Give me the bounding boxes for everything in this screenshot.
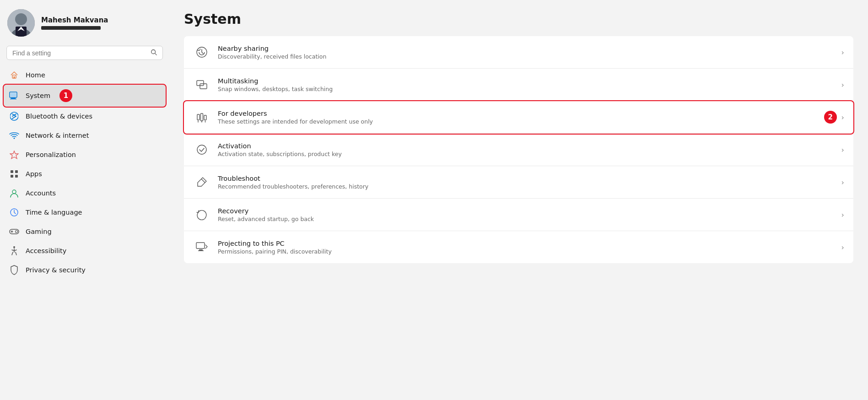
settings-text-for-developers: For developers These settings are intend…: [218, 110, 824, 125]
svg-point-15: [14, 138, 15, 139]
settings-text-multitasking: Multitasking Snap windows, desktops, tas…: [218, 77, 841, 92]
for-developers-desc: These settings are intended for developm…: [218, 118, 824, 125]
settings-text-projecting: Projecting to this PC Permissions, pairi…: [218, 240, 841, 255]
svg-point-31: [197, 145, 206, 154]
sidebar-item-privacy[interactable]: Privacy & security: [4, 260, 166, 280]
sidebar-item-personalization-label: Personalization: [26, 151, 76, 158]
avatar: [7, 9, 35, 37]
nearby-sharing-label: Nearby sharing: [218, 45, 841, 52]
svg-rect-29: [201, 114, 203, 121]
sidebar-item-bluetooth-label: Bluetooth & devices: [26, 113, 92, 120]
sidebar-item-time-label: Time & language: [26, 209, 82, 216]
svg-rect-32: [196, 243, 205, 249]
sidebar-item-accessibility[interactable]: Accessibility: [4, 241, 166, 260]
time-icon: [9, 207, 19, 217]
sidebar-item-personalization[interactable]: Personalization: [4, 145, 166, 164]
nearby-sharing-desc: Discoverability, received files location: [218, 53, 841, 60]
privacy-icon: [9, 265, 19, 275]
annotation-badge-1: 1: [59, 89, 72, 102]
sidebar-item-bluetooth[interactable]: Bluetooth & devices: [4, 107, 166, 126]
settings-text-recovery: Recovery Reset, advanced startup, go bac…: [218, 207, 841, 222]
recovery-desc: Reset, advanced startup, go back: [218, 216, 841, 222]
svg-rect-9: [14, 76, 15, 78]
recovery-chevron: ›: [841, 211, 844, 219]
svg-point-23: [16, 231, 18, 233]
svg-rect-28: [197, 114, 199, 120]
gaming-icon: [9, 227, 19, 237]
annotation-badge-2: 2: [824, 111, 837, 124]
for-developers-label: For developers: [218, 110, 824, 117]
settings-text-nearby-sharing: Nearby sharing Discoverability, received…: [218, 45, 841, 60]
svg-line-7: [155, 54, 157, 55]
recovery-icon: [193, 206, 210, 223]
user-info: Mahesh Makvana: [41, 16, 108, 30]
svg-rect-18: [11, 175, 13, 178]
svg-rect-33: [199, 249, 203, 250]
search-icon: [151, 49, 157, 57]
troubleshoot-chevron: ›: [841, 178, 844, 187]
recovery-label: Recovery: [218, 207, 841, 215]
svg-rect-17: [15, 170, 18, 173]
sidebar-item-network[interactable]: Network & internet: [4, 126, 166, 145]
settings-item-activation[interactable]: Activation Activation state, subscriptio…: [184, 134, 853, 166]
projecting-desc: Permissions, pairing PIN, discoverabilit…: [218, 248, 841, 255]
developers-icon: [193, 108, 210, 126]
sidebar-item-system-label: System: [26, 92, 50, 99]
sidebar-item-time[interactable]: Time & language: [4, 203, 166, 222]
sidebar-item-apps[interactable]: Apps: [4, 164, 166, 184]
projecting-chevron: ›: [841, 243, 844, 252]
sidebar-item-system[interactable]: System 1: [4, 85, 166, 107]
sidebar-item-accounts[interactable]: Accounts: [4, 184, 166, 203]
settings-item-troubleshoot[interactable]: Troubleshoot Recommended troubleshooters…: [184, 166, 853, 199]
nearby-sharing-icon: [193, 43, 210, 61]
user-bar: [41, 26, 101, 30]
settings-item-multitasking[interactable]: Multitasking Snap windows, desktops, tas…: [184, 69, 853, 101]
nav-list: Home System 1 Blueto: [0, 65, 169, 280]
sidebar-item-network-label: Network & internet: [26, 132, 89, 139]
svg-rect-13: [11, 93, 16, 97]
svg-point-24: [13, 246, 15, 248]
sidebar-item-accounts-label: Accounts: [26, 189, 56, 197]
settings-item-for-developers[interactable]: For developers These settings are intend…: [184, 101, 853, 134]
sidebar-item-home[interactable]: Home: [4, 65, 166, 85]
settings-list: Nearby sharing Discoverability, received…: [184, 36, 853, 263]
projecting-icon: [193, 238, 210, 256]
sidebar-item-home-label: Home: [26, 71, 45, 79]
main-content: System Nearby sharing Discoverability, r…: [169, 0, 868, 400]
accounts-icon: [9, 188, 19, 198]
svg-rect-19: [15, 175, 18, 178]
troubleshoot-icon: [193, 173, 210, 191]
search-box[interactable]: [6, 46, 163, 60]
sidebar-item-gaming-label: Gaming: [26, 228, 52, 235]
svg-rect-30: [204, 115, 206, 120]
home-icon: [9, 70, 19, 80]
sidebar-item-gaming[interactable]: Gaming: [4, 222, 166, 241]
multitasking-label: Multitasking: [218, 77, 841, 85]
settings-item-projecting[interactable]: Projecting to this PC Permissions, pairi…: [184, 231, 853, 263]
search-input[interactable]: [12, 49, 147, 57]
activation-chevron: ›: [841, 146, 844, 154]
troubleshoot-label: Troubleshoot: [218, 175, 841, 182]
svg-rect-34: [198, 250, 204, 251]
projecting-label: Projecting to this PC: [218, 240, 841, 247]
nearby-sharing-chevron: ›: [841, 48, 844, 57]
sidebar-item-accessibility-label: Accessibility: [26, 247, 66, 254]
for-developers-chevron: ›: [841, 113, 844, 122]
settings-item-nearby-sharing[interactable]: Nearby sharing Discoverability, received…: [184, 36, 853, 69]
activation-label: Activation: [218, 142, 841, 150]
sidebar-item-apps-label: Apps: [26, 170, 42, 178]
troubleshoot-desc: Recommended troubleshooters, preferences…: [218, 183, 841, 190]
svg-rect-12: [10, 99, 16, 100]
multitasking-desc: Snap windows, desktops, task switching: [218, 86, 841, 92]
user-name: Mahesh Makvana: [41, 16, 108, 24]
activation-desc: Activation state, subscriptions, product…: [218, 151, 841, 157]
page-title: System: [184, 11, 853, 27]
settings-item-recovery[interactable]: Recovery Reset, advanced startup, go bac…: [184, 199, 853, 231]
activation-icon: [193, 141, 210, 158]
user-profile: Mahesh Makvana: [0, 0, 169, 44]
svg-rect-16: [11, 170, 13, 173]
svg-point-14: [10, 112, 18, 120]
sidebar: Mahesh Makvana Home: [0, 0, 169, 400]
apps-icon: [9, 169, 19, 179]
settings-text-activation: Activation Activation state, subscriptio…: [218, 142, 841, 157]
